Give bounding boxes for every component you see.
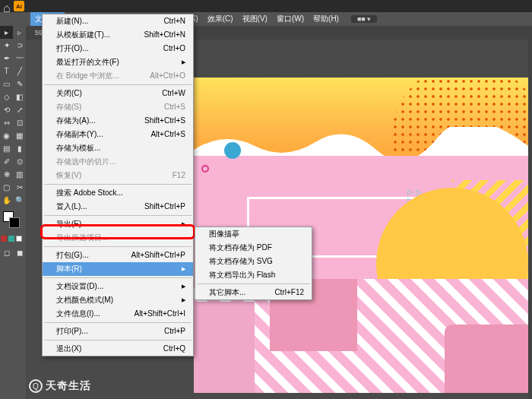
- swatch-none[interactable]: [16, 236, 22, 242]
- column-graph-tool[interactable]: ▥: [13, 168, 26, 181]
- menu-item[interactable]: 搜索 Adobe Stock...: [43, 186, 193, 200]
- shape-builder-tool[interactable]: ◉: [0, 129, 13, 142]
- free-transform-tool[interactable]: ⊡: [13, 116, 26, 129]
- gradient-tool[interactable]: ▮: [13, 142, 26, 155]
- mini-swatches: [0, 234, 26, 243]
- lasso-tool[interactable]: ⊃: [13, 39, 26, 52]
- symbol-sprayer-tool[interactable]: ❋: [0, 168, 13, 181]
- swatch-gradient[interactable]: [8, 236, 14, 242]
- curvature-tool[interactable]: 〰: [13, 52, 26, 65]
- submenu-item[interactable]: 图像描摹: [195, 227, 312, 241]
- menu-item[interactable]: 存储为模板...: [43, 141, 193, 155]
- blend-tool[interactable]: ⊙: [13, 155, 26, 168]
- script-submenu: 图像描摹将文档存储为 PDF将文档存储为 SVG将文档导出为 Flash其它脚本…: [195, 226, 312, 300]
- pink-strip: [194, 156, 528, 180]
- menu-item[interactable]: 打包(G)...Alt+Shift+Ctrl+P: [43, 249, 193, 262]
- watermark-logo-icon: Q: [29, 379, 43, 393]
- submenu-item[interactable]: 将文档存储为 SVG: [195, 255, 312, 268]
- menu-help[interactable]: 帮助(H): [309, 12, 344, 26]
- right-panel-collapsed[interactable]: [528, 26, 532, 399]
- scale-tool[interactable]: ⤢: [13, 103, 26, 116]
- menu-item[interactable]: 置入(L)...Shift+Ctrl+P: [43, 200, 193, 214]
- pink-box-right: [445, 325, 528, 393]
- direct-selection-tool[interactable]: ▹: [13, 26, 26, 39]
- menu-item[interactable]: 打印(P)...Ctrl+P: [43, 325, 193, 338]
- width-tool[interactable]: ⇔: [0, 116, 13, 129]
- rectangle-tool[interactable]: ▭: [0, 78, 13, 90]
- circle-fill-icon: [224, 142, 241, 159]
- submenu-item[interactable]: 将文档导出为 Flash: [195, 268, 312, 282]
- menu-item[interactable]: 文档设置(D)...▶: [43, 280, 193, 293]
- watermark: Q 天奇生活: [29, 379, 91, 393]
- canvas-area[interactable]: ▷ ▷▷: [194, 40, 528, 399]
- menu-item[interactable]: 导出(E)▶: [43, 217, 193, 231]
- menu-item[interactable]: 脚本(R)▶: [43, 262, 193, 276]
- menu-view[interactable]: 视图(V): [238, 12, 272, 26]
- menu-item: 恢复(V)F12: [43, 169, 193, 182]
- type-tool[interactable]: T: [0, 65, 13, 78]
- shaper-tool[interactable]: ◇: [0, 90, 13, 103]
- toolbox: ▸▹ ✦⊃ ✒〰 T╱ ▭✎ ◇◧ ⟲⤢ ⇔⊡ ◉▦ ▤▮ ✐⊙ ❋▥ ▢✂ ✋…: [0, 26, 26, 399]
- screen-mode-full[interactable]: ◼: [13, 246, 26, 259]
- menu-item[interactable]: 从模板新建(T)...Shift+Ctrl+N: [43, 28, 193, 42]
- menu-item: 存储选中的切片...: [43, 155, 193, 169]
- menu-item[interactable]: 存储为(A)...Shift+Ctrl+S: [43, 114, 193, 128]
- menu-item[interactable]: 文档颜色模式(M)▶: [43, 293, 193, 307]
- background-color[interactable]: [9, 217, 20, 228]
- pen-tool[interactable]: ✒: [0, 52, 13, 65]
- submenu-item[interactable]: 将文档存储为 PDF: [195, 241, 312, 255]
- mesh-tool[interactable]: ▤: [0, 142, 13, 155]
- menu-item[interactable]: 退出(X)Ctrl+Q: [43, 342, 193, 356]
- eraser-tool[interactable]: ◧: [13, 90, 26, 103]
- paintbrush-tool[interactable]: ✎: [13, 78, 26, 90]
- menu-item[interactable]: 打开(O)...Ctrl+O: [43, 42, 193, 55]
- menu-item[interactable]: 最近打开的文件(F)▶: [43, 55, 193, 69]
- file-menu-dropdown: 新建(N)...Ctrl+N从模板新建(T)...Shift+Ctrl+N打开(…: [42, 14, 194, 356]
- watermark-text: 天奇生活: [46, 379, 91, 393]
- pink-box-left: [194, 302, 255, 393]
- perspective-grid-tool[interactable]: ▦: [13, 129, 26, 142]
- menu-item[interactable]: 关闭(C)Ctrl+W: [43, 87, 193, 100]
- menu-window[interactable]: 窗口(W): [272, 12, 309, 26]
- color-swatches[interactable]: [0, 210, 26, 233]
- menu-item: 在 Bridge 中浏览...Alt+Ctrl+O: [43, 69, 193, 83]
- app-window: ⌂ Ai 文件(F) 编辑(E) 对象(O) 文字(T) 选择(S) 效果(C)…: [0, 0, 532, 399]
- submenu-item[interactable]: 其它脚本...Ctrl+F12: [195, 286, 312, 299]
- menu-item[interactable]: 新建(N)...Ctrl+N: [43, 14, 193, 28]
- menu-item: 导出所选项目...: [43, 231, 193, 245]
- eyedropper-tool[interactable]: ✐: [0, 155, 13, 168]
- hand-tool[interactable]: ✋: [0, 194, 13, 207]
- menu-item: 存储(S)Ctrl+S: [43, 100, 193, 114]
- workspace-switcher[interactable]: ■■ ▾: [351, 15, 377, 23]
- menu-item[interactable]: 文件信息(I)...Alt+Shift+Ctrl+I: [43, 307, 193, 321]
- magic-wand-tool[interactable]: ✦: [0, 39, 13, 52]
- menu-item[interactable]: 存储副本(Y)...Alt+Ctrl+S: [43, 128, 193, 141]
- art-row-1: [194, 78, 528, 180]
- app-badge: Ai: [14, 1, 24, 11]
- artboard-tool[interactable]: ▢: [0, 181, 13, 194]
- screen-mode-normal[interactable]: ◻: [0, 246, 13, 259]
- zoom-tool[interactable]: 🔍: [13, 194, 26, 207]
- titlebar: ⌂ Ai: [0, 0, 532, 12]
- line-tool[interactable]: ╱: [13, 65, 26, 78]
- rotate-tool[interactable]: ⟲: [0, 103, 13, 116]
- circle-outline-icon: [201, 165, 209, 173]
- menu-effect[interactable]: 效果(C): [203, 12, 238, 26]
- swatch-color[interactable]: [1, 236, 7, 242]
- home-icon[interactable]: ⌂: [3, 2, 12, 11]
- slice-tool[interactable]: ✂: [13, 181, 26, 194]
- selection-tool[interactable]: ▸: [0, 26, 13, 39]
